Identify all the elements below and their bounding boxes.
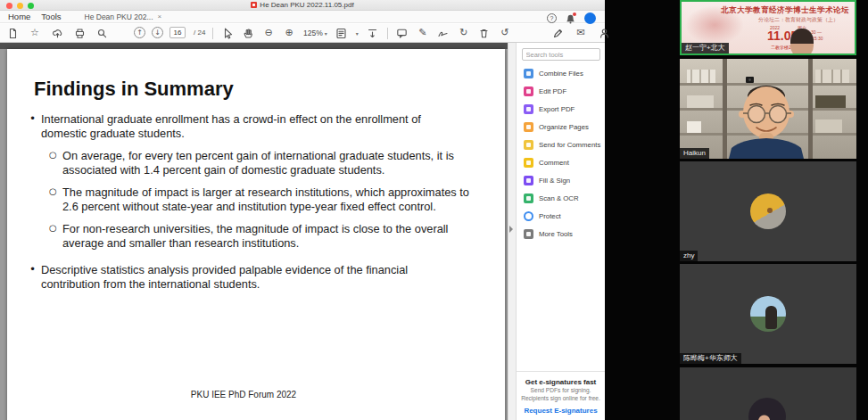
- upload-cloud-icon[interactable]: [51, 27, 63, 39]
- combine-files-icon: [524, 69, 533, 78]
- tool-item-more-tools[interactable]: More Tools: [517, 225, 605, 243]
- slide-bullets: • International graduate enrollment has …: [7, 112, 505, 292]
- page-down-icon[interactable]: ↓: [152, 27, 163, 38]
- tool-item-protect[interactable]: Protect: [517, 207, 605, 225]
- more-tools-icon: [524, 229, 533, 239]
- export-pdf-icon: [524, 104, 533, 114]
- email-envelope-icon[interactable]: ✉: [575, 27, 587, 39]
- tool-item-combine-files[interactable]: Combine Files: [517, 64, 605, 82]
- bullet-text: The magnitude of impact is larger at res…: [62, 185, 478, 214]
- page-number-input[interactable]: 16: [169, 27, 186, 38]
- participant-name-tag: zhy: [680, 251, 698, 261]
- signature-icon[interactable]: [437, 27, 450, 39]
- zoom-level-dropdown[interactable]: 125%▾: [303, 29, 327, 37]
- tool-item-label: Organize Pages: [539, 123, 589, 131]
- main-toolbar: ☆ ↑ ↓ 16 / 24 ⊖ ⊕ 125%▾ ▾ ✎ ↻: [0, 24, 605, 43]
- participant-name-tag: Haikun: [680, 148, 709, 159]
- fill-sign-icon: [524, 176, 533, 185]
- bullet-marker: ○: [49, 185, 62, 214]
- tool-item-send-for-comments[interactable]: Send for Comments: [517, 136, 605, 153]
- bullet-marker: •: [29, 263, 41, 292]
- bullet-marker: ○: [49, 149, 62, 177]
- promo-line: Send PDFs for signing.: [519, 386, 602, 395]
- close-tab-icon[interactable]: ×: [158, 12, 162, 21]
- help-icon[interactable]: ?: [547, 13, 557, 23]
- tool-item-label: Scan & OCR: [539, 194, 579, 202]
- tool-item-fill-sign[interactable]: Fill & Sign: [517, 171, 605, 189]
- sync-arrows-icon[interactable]: ↻: [458, 27, 470, 39]
- participant-tile[interactable]: [680, 367, 856, 420]
- edit-pdf-icon: [524, 86, 533, 96]
- trash-icon[interactable]: [478, 27, 491, 39]
- zoom-in-icon[interactable]: ⊕: [283, 27, 295, 39]
- select-cursor-icon[interactable]: [221, 27, 234, 39]
- pdf-file-icon: [251, 2, 257, 8]
- tool-item-comment[interactable]: Comment: [517, 153, 605, 171]
- expand-panel-arrow-icon[interactable]: [509, 226, 513, 233]
- participant-avatar: [748, 398, 786, 420]
- tab-tools[interactable]: Tools: [41, 12, 61, 21]
- page-up-icon[interactable]: ↑: [134, 27, 145, 38]
- forum-slide-title: 北京大学教育经济学博士生学术论坛: [721, 5, 856, 14]
- promo-line: Recipients sign online for free.: [519, 394, 602, 403]
- tool-item-label: More Tools: [539, 230, 573, 238]
- bullet-text: International graduate enrollment has a …: [41, 112, 469, 141]
- document-area: Findings in Summary • International grad…: [0, 43, 508, 420]
- forum-slide-subtitle: 分论坛二：教育财政与政策（上）: [758, 16, 839, 24]
- promo-title: Get e-signatures fast: [519, 378, 602, 386]
- zoom-out-icon[interactable]: ⊖: [262, 27, 275, 39]
- comment-bubble-icon[interactable]: [396, 27, 409, 39]
- pencil-edit-icon[interactable]: ✎: [417, 27, 429, 39]
- participant-avatar: [750, 194, 786, 229]
- document-tab-label: He Dean PKU 202...: [85, 12, 153, 21]
- protect-icon: [524, 211, 533, 221]
- tool-item-scan-ocr[interactable]: Scan & OCR: [517, 189, 605, 207]
- tab-home[interactable]: Home: [8, 12, 30, 21]
- tool-item-edit-pdf[interactable]: Edit PDF: [517, 82, 605, 100]
- participant-tile[interactable]: 陈晔梅+华东师大: [680, 264, 856, 364]
- notifications-bell-icon[interactable]: [565, 12, 576, 24]
- bullet-text: On average, for every ten percent gain o…: [62, 149, 478, 177]
- bullet-item: • Descriptive statistics analysis provid…: [7, 263, 505, 292]
- toolbar-divider: [212, 28, 213, 39]
- bullet-text: Descriptive statistics analysis provided…: [41, 263, 469, 292]
- account-avatar[interactable]: [584, 12, 596, 24]
- request-esignatures-link[interactable]: Request E-signatures: [519, 407, 602, 415]
- sign-pen-icon[interactable]: [551, 27, 564, 39]
- send-for-comments-icon: [524, 140, 533, 150]
- bullet-item: ○ For non-research universities, the mag…: [7, 222, 505, 251]
- participant-tile[interactable]: Haikun: [680, 59, 856, 159]
- undo-icon[interactable]: ↺: [499, 27, 511, 39]
- page-display-dropdown[interactable]: [335, 27, 348, 39]
- bullet-item: • International graduate enrollment has …: [7, 112, 505, 141]
- tab-bar: Home Tools He Dean PKU 202... ×: [0, 11, 605, 23]
- hand-tool-icon[interactable]: [242, 27, 254, 39]
- bullet-item: ○ The magnitude of impact is larger at r…: [7, 185, 505, 214]
- tool-item-export-pdf[interactable]: Export PDF: [517, 100, 605, 118]
- page-count-label: / 24: [194, 29, 205, 37]
- tool-item-label: Edit PDF: [539, 87, 566, 95]
- bullet-item: ○ On average, for every ten percent gain…: [7, 149, 505, 177]
- favorites-star-icon[interactable]: ☆: [29, 27, 41, 39]
- profile-person-icon[interactable]: [598, 27, 610, 39]
- participant-tile[interactable]: zhy: [680, 161, 856, 261]
- search-tools-input[interactable]: [522, 48, 600, 61]
- fit-width-icon[interactable]: [367, 27, 379, 39]
- tool-item-label: Comment: [539, 159, 569, 167]
- document-tab[interactable]: He Dean PKU 202... ×: [85, 12, 162, 21]
- search-icon[interactable]: [95, 27, 108, 39]
- pdf-page: Findings in Summary • International grad…: [7, 49, 505, 420]
- slide-footer: PKU IEE PhD Forum 2022: [0, 390, 492, 399]
- organize-pages-icon: [524, 122, 533, 132]
- tool-item-label: Protect: [539, 212, 561, 220]
- scan-ocr-icon: [524, 194, 533, 203]
- chevron-down-icon: ▾: [325, 30, 327, 37]
- participant-tile[interactable]: 北京大学教育经济学博士生学术论坛 分论坛二：教育财政与政策（上） 2022 周六…: [680, 0, 856, 55]
- tool-item-organize-pages[interactable]: Organize Pages: [517, 118, 605, 136]
- comment-icon: [524, 158, 533, 168]
- save-file-icon[interactable]: [6, 27, 19, 39]
- print-icon[interactable]: [73, 27, 86, 39]
- participant-name-tag: 陈晔梅+华东师大: [680, 353, 741, 364]
- tool-item-label: Fill & Sign: [539, 177, 570, 185]
- video-conference-strip: 北京大学教育经济学博士生学术论坛 分论坛二：教育财政与政策（上） 2022 周六…: [674, 0, 868, 420]
